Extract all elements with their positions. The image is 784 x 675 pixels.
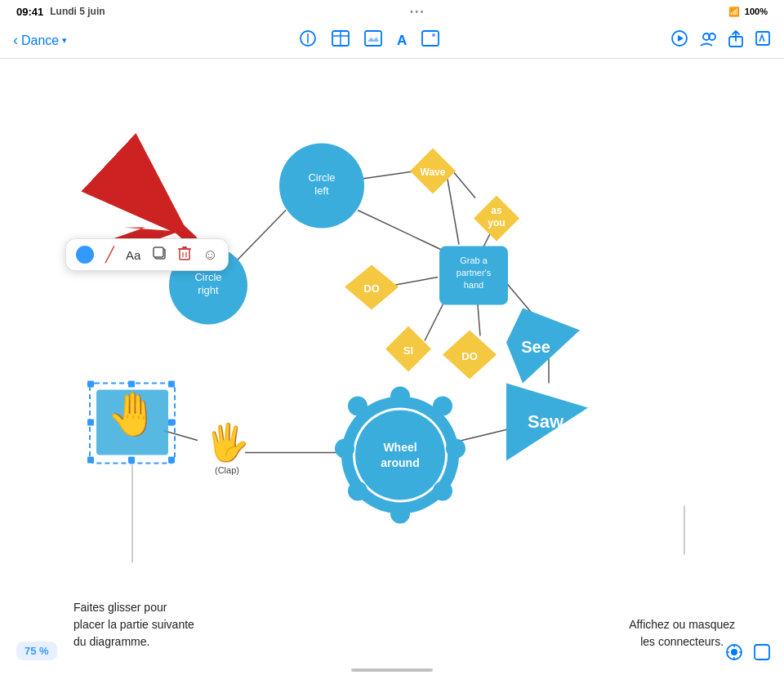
- ipad-frame: 09:41 Lundi 5 juin • • • 📶 100% ‹ Dance …: [0, 0, 784, 675]
- table-icon[interactable]: [332, 30, 350, 51]
- svg-rect-4: [365, 31, 381, 46]
- handle-br[interactable]: [168, 457, 175, 464]
- circle-right-label-2: right: [198, 284, 219, 296]
- handle-bm[interactable]: [128, 457, 135, 464]
- clap2-label: (Clap): [215, 465, 239, 475]
- svg-point-33: [390, 504, 410, 524]
- status-left: 09:41 Lundi 5 juin: [16, 6, 105, 18]
- svg-point-32: [433, 482, 452, 501]
- grab-label-3: hand: [464, 280, 483, 290]
- callout-text-right: Affichez ou masquezles connecteurs.: [629, 616, 735, 651]
- handle-ml[interactable]: [87, 420, 94, 426]
- share-icon[interactable]: [728, 29, 743, 51]
- handle-mr[interactable]: [168, 420, 175, 426]
- saw-label: Saw: [528, 411, 564, 432]
- bottom-right-icons: [725, 643, 771, 665]
- svg-point-34: [348, 482, 368, 501]
- svg-rect-50: [755, 645, 769, 659]
- auto-layout-icon[interactable]: [725, 643, 743, 665]
- callout-left-text: Faites glisser pourplacer la partie suiv…: [74, 601, 194, 648]
- zoom-indicator[interactable]: 75 %: [16, 642, 57, 660]
- as-you-label-1: as: [491, 205, 502, 216]
- home-indicator: [351, 668, 433, 672]
- svg-point-36: [348, 397, 368, 416]
- wifi-icon: 📶: [728, 7, 740, 17]
- diagram-svg: Circle left Circle right Wave as you Gra…: [0, 59, 784, 675]
- wheel-around-label-2: around: [381, 456, 419, 469]
- circle-right-label-1: Circle: [194, 271, 221, 283]
- collab-icon[interactable]: [699, 30, 717, 51]
- grab-label-1: Grab a: [460, 255, 488, 265]
- si-label: SI: [403, 344, 413, 357]
- delete-icon[interactable]: [178, 246, 191, 264]
- grab-label-2: partner's: [457, 268, 492, 278]
- pen-icon[interactable]: ╱: [105, 246, 114, 264]
- zoom-level: 75 %: [24, 645, 49, 657]
- svg-point-6: [432, 33, 435, 37]
- circle-left-label-1: Circle: [308, 171, 335, 184]
- text-icon[interactable]: A: [397, 33, 407, 49]
- svg-rect-39: [180, 249, 189, 260]
- wheel-around-label-1: Wheel: [383, 441, 416, 454]
- toolbar-left: ‹ Dance ▾: [13, 32, 67, 49]
- handle-tm[interactable]: [128, 381, 135, 388]
- doc-title: Dance: [21, 33, 59, 48]
- toolbar: ‹ Dance ▾: [0, 23, 784, 59]
- svg-point-29: [390, 387, 410, 406]
- svg-point-30: [433, 397, 452, 416]
- handle-bl[interactable]: [87, 457, 94, 464]
- wheel-around-inner[interactable]: [355, 411, 445, 500]
- edit-icon[interactable]: [755, 30, 771, 51]
- clap1-hand-icon: 🤚: [106, 389, 159, 439]
- toolbar-center: A: [67, 29, 671, 51]
- callout-right-text: Affichez ou masquezles connecteurs.: [629, 618, 735, 648]
- do2-label: DO: [461, 350, 478, 362]
- handle-tl[interactable]: [87, 381, 94, 388]
- svg-line-16: [448, 180, 459, 245]
- callout-text-left: Faites glisser pourplacer la partie suiv…: [74, 599, 194, 651]
- media-icon[interactable]: [364, 30, 382, 51]
- photo-icon[interactable]: [421, 30, 439, 51]
- svg-point-35: [335, 439, 354, 459]
- canvas: Circle left Circle right Wave as you Gra…: [0, 59, 784, 675]
- svg-point-45: [731, 649, 737, 655]
- wave-label: Wave: [421, 167, 446, 178]
- svg-line-19: [394, 278, 438, 286]
- clap2-hand-icon: 🖐: [205, 421, 250, 464]
- back-button[interactable]: ‹ Dance ▾: [13, 32, 67, 49]
- as-you-label-2: you: [488, 217, 505, 229]
- svg-line-15: [359, 171, 416, 180]
- handle-tr[interactable]: [168, 381, 175, 388]
- toolbar-right: [671, 29, 771, 51]
- svg-line-14: [358, 211, 448, 253]
- svg-marker-8: [678, 35, 684, 42]
- float-toolbar: ╱ Aa ☺: [65, 238, 229, 271]
- time: 09:41: [16, 6, 43, 18]
- status-right: 📶 100%: [728, 7, 768, 17]
- svg-line-26: [163, 431, 198, 441]
- date: Lundi 5 juin: [50, 6, 105, 17]
- svg-rect-38: [154, 247, 163, 257]
- status-center: • • •: [410, 7, 423, 16]
- back-chevron: ‹: [13, 32, 18, 49]
- svg-point-31: [446, 439, 466, 459]
- emoji-icon[interactable]: ☺: [203, 246, 217, 264]
- svg-line-18: [454, 173, 475, 198]
- play-icon[interactable]: [671, 30, 688, 51]
- duplicate-icon[interactable]: [152, 246, 167, 264]
- status-bar: 09:41 Lundi 5 juin • • • 📶 100%: [0, 0, 784, 23]
- color-circle[interactable]: [76, 246, 94, 264]
- text-style-button[interactable]: Aa: [126, 248, 140, 262]
- battery: 100%: [745, 7, 768, 16]
- connectors-toggle-icon[interactable]: [753, 643, 771, 665]
- shape-icon[interactable]: [299, 29, 317, 51]
- circle-left-label-2: left: [314, 184, 329, 197]
- see-label: See: [521, 338, 550, 356]
- svg-rect-5: [422, 31, 439, 46]
- do1-label: DO: [363, 282, 380, 295]
